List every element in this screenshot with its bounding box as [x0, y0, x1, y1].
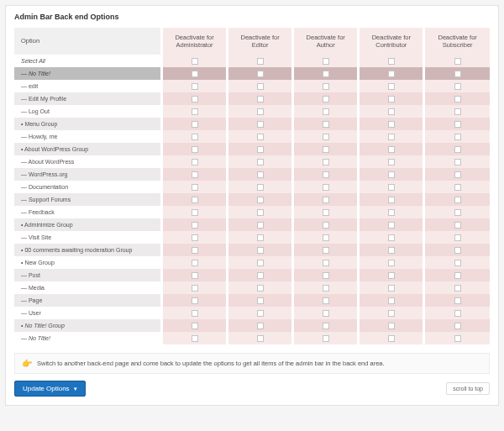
deactivate-checkbox[interactable] [388, 83, 395, 90]
deactivate-checkbox[interactable] [388, 310, 395, 317]
update-options-button[interactable]: Update Options ▾ [14, 381, 86, 397]
deactivate-checkbox[interactable] [323, 159, 329, 166]
deactivate-checkbox[interactable] [257, 71, 264, 77]
deactivate-checkbox[interactable] [323, 58, 329, 65]
deactivate-checkbox[interactable] [323, 71, 329, 77]
deactivate-checkbox[interactable] [454, 184, 461, 191]
deactivate-checkbox[interactable] [192, 234, 198, 241]
deactivate-checkbox[interactable] [454, 247, 461, 254]
deactivate-checkbox[interactable] [192, 146, 198, 153]
deactivate-checkbox[interactable] [192, 159, 198, 166]
deactivate-checkbox[interactable] [323, 134, 329, 140]
deactivate-checkbox[interactable] [388, 222, 395, 229]
deactivate-checkbox[interactable] [454, 171, 461, 178]
deactivate-checkbox[interactable] [257, 297, 264, 304]
deactivate-checkbox[interactable] [454, 310, 461, 317]
deactivate-checkbox[interactable] [192, 121, 198, 128]
deactivate-checkbox[interactable] [192, 323, 198, 329]
deactivate-checkbox[interactable] [454, 260, 461, 266]
deactivate-checkbox[interactable] [323, 171, 329, 178]
deactivate-checkbox[interactable] [454, 197, 461, 203]
deactivate-checkbox[interactable] [323, 297, 329, 304]
deactivate-checkbox[interactable] [454, 71, 461, 77]
deactivate-checkbox[interactable] [388, 285, 395, 292]
deactivate-checkbox[interactable] [323, 121, 329, 128]
deactivate-checkbox[interactable] [257, 335, 264, 342]
deactivate-checkbox[interactable] [323, 285, 329, 292]
deactivate-checkbox[interactable] [257, 159, 264, 166]
deactivate-checkbox[interactable] [192, 184, 198, 191]
deactivate-checkbox[interactable] [323, 222, 329, 229]
deactivate-checkbox[interactable] [257, 323, 264, 329]
deactivate-checkbox[interactable] [257, 171, 264, 178]
deactivate-checkbox[interactable] [192, 197, 198, 203]
deactivate-checkbox[interactable] [323, 108, 329, 115]
deactivate-checkbox[interactable] [192, 297, 198, 304]
deactivate-checkbox[interactable] [454, 209, 461, 216]
deactivate-checkbox[interactable] [323, 83, 329, 90]
deactivate-checkbox[interactable] [388, 184, 395, 191]
deactivate-checkbox[interactable] [454, 134, 461, 140]
deactivate-checkbox[interactable] [454, 159, 461, 166]
deactivate-checkbox[interactable] [323, 323, 329, 329]
deactivate-checkbox[interactable] [192, 83, 198, 90]
deactivate-checkbox[interactable] [192, 222, 198, 229]
deactivate-checkbox[interactable] [388, 297, 395, 304]
deactivate-checkbox[interactable] [192, 260, 198, 266]
deactivate-checkbox[interactable] [192, 247, 198, 254]
deactivate-checkbox[interactable] [388, 323, 395, 329]
deactivate-checkbox[interactable] [257, 146, 264, 153]
deactivate-checkbox[interactable] [388, 71, 395, 77]
deactivate-checkbox[interactable] [388, 272, 395, 279]
deactivate-checkbox[interactable] [454, 96, 461, 102]
deactivate-checkbox[interactable] [257, 260, 264, 266]
deactivate-checkbox[interactable] [192, 209, 198, 216]
deactivate-checkbox[interactable] [192, 71, 198, 77]
deactivate-checkbox[interactable] [257, 234, 264, 241]
deactivate-checkbox[interactable] [388, 335, 395, 342]
deactivate-checkbox[interactable] [323, 146, 329, 153]
deactivate-checkbox[interactable] [454, 272, 461, 279]
deactivate-checkbox[interactable] [454, 83, 461, 90]
deactivate-checkbox[interactable] [257, 222, 264, 229]
deactivate-checkbox[interactable] [388, 234, 395, 241]
deactivate-checkbox[interactable] [388, 96, 395, 102]
deactivate-checkbox[interactable] [454, 335, 461, 342]
deactivate-checkbox[interactable] [257, 96, 264, 102]
deactivate-checkbox[interactable] [323, 310, 329, 317]
deactivate-checkbox[interactable] [257, 83, 264, 90]
deactivate-checkbox[interactable] [323, 247, 329, 254]
deactivate-checkbox[interactable] [257, 285, 264, 292]
deactivate-checkbox[interactable] [323, 197, 329, 203]
deactivate-checkbox[interactable] [192, 134, 198, 140]
deactivate-checkbox[interactable] [454, 222, 461, 229]
deactivate-checkbox[interactable] [388, 146, 395, 153]
deactivate-checkbox[interactable] [323, 234, 329, 241]
deactivate-checkbox[interactable] [388, 159, 395, 166]
deactivate-checkbox[interactable] [257, 247, 264, 254]
deactivate-checkbox[interactable] [323, 96, 329, 102]
deactivate-checkbox[interactable] [192, 310, 198, 317]
deactivate-checkbox[interactable] [454, 108, 461, 115]
deactivate-checkbox[interactable] [454, 297, 461, 304]
deactivate-checkbox[interactable] [388, 121, 395, 128]
deactivate-checkbox[interactable] [388, 171, 395, 178]
deactivate-checkbox[interactable] [323, 260, 329, 266]
deactivate-checkbox[interactable] [257, 121, 264, 128]
deactivate-checkbox[interactable] [192, 285, 198, 292]
deactivate-checkbox[interactable] [192, 58, 198, 65]
deactivate-checkbox[interactable] [388, 209, 395, 216]
deactivate-checkbox[interactable] [192, 335, 198, 342]
deactivate-checkbox[interactable] [388, 260, 395, 266]
deactivate-checkbox[interactable] [257, 184, 264, 191]
deactivate-checkbox[interactable] [388, 108, 395, 115]
deactivate-checkbox[interactable] [192, 96, 198, 102]
deactivate-checkbox[interactable] [192, 108, 198, 115]
deactivate-checkbox[interactable] [257, 197, 264, 203]
deactivate-checkbox[interactable] [388, 247, 395, 254]
deactivate-checkbox[interactable] [454, 234, 461, 241]
deactivate-checkbox[interactable] [257, 310, 264, 317]
deactivate-checkbox[interactable] [257, 108, 264, 115]
deactivate-checkbox[interactable] [323, 209, 329, 216]
deactivate-checkbox[interactable] [257, 272, 264, 279]
